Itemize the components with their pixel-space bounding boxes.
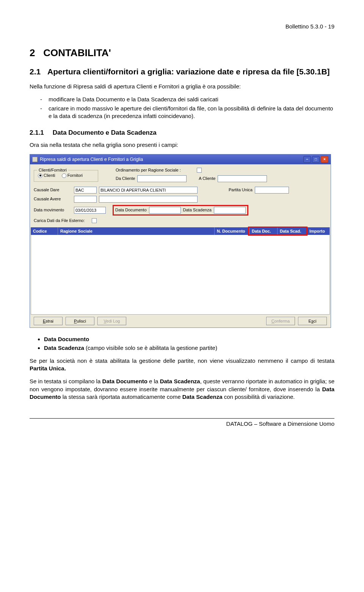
estrai-button[interactable]: Estrai [34, 317, 63, 325]
pulisci-label: ulisci [77, 319, 86, 323]
radio-clienti-label: Clienti [44, 173, 55, 178]
data-grid: Codice Ragione Sociale N. Documento Data… [30, 227, 331, 315]
subsubsection-title: Data Documento e Data Scadenza [53, 129, 157, 136]
col-data-scad[interactable]: Data Scad. [278, 227, 307, 235]
causale-avere-input[interactable] [74, 196, 97, 203]
causale-dare-input[interactable]: BAC [74, 187, 97, 194]
esci-label: ci [313, 319, 316, 323]
subsection-title: Apertura clienti/fornitori a griglia: va… [47, 67, 330, 76]
bold-text: Partita Unica. [30, 365, 66, 372]
esci-button[interactable]: Esci [298, 317, 327, 325]
section-number: 2 [30, 47, 35, 58]
para-text: Se per la società non è stata abilitata … [30, 357, 334, 364]
h3-intro: Ora sia nella testata che nella griglia … [30, 141, 334, 149]
partita-unica-label: Partita Unica [229, 187, 253, 193]
conferma-button[interactable]: Conferma [266, 317, 295, 325]
col-data-doc[interactable]: Data Doc. [249, 227, 278, 235]
carica-dati-label: Carica Dati da File Esterno: [34, 218, 85, 224]
subsection-heading: 2.1 Apertura clienti/fornitori a griglia… [30, 66, 334, 77]
data-documento-label: Data Documento [115, 207, 147, 213]
carica-dati-checkbox[interactable] [92, 218, 97, 223]
list-item: modificare la Data Documento e la Data S… [40, 96, 334, 103]
subsection-number: 2.1 [30, 66, 46, 77]
bullet-list: Data Documento Data Scadenza (campo visi… [30, 335, 334, 352]
section-title: CONTABILITA' [43, 47, 111, 58]
radio-clienti[interactable] [38, 173, 42, 178]
da-cliente-input[interactable] [137, 175, 187, 182]
ordinamento-label: Ordinamento per Ragione Sociale : [116, 167, 181, 173]
col-importo[interactable]: Importo [307, 227, 330, 235]
paragraph: Se per la società non è stata abilitata … [30, 357, 334, 373]
page-header-right: Bollettino 5.3.0 - 19 [30, 23, 334, 30]
window-title: Ripresa saldi di apertura Clienti e Forn… [40, 156, 143, 162]
data-scadenza-label: Data Scadenza [183, 207, 212, 213]
a-cliente-input[interactable] [218, 175, 267, 182]
pulisci-button[interactable]: Pulisci [66, 317, 94, 325]
bold-label: Data Documento [44, 336, 89, 342]
dash-list: modificare la Data Documento e la Data S… [30, 96, 334, 120]
subsubsection-number: 2.1.1 [30, 129, 51, 137]
highlighted-date-fields: Data Documento Data Scadenza [113, 205, 248, 216]
da-cliente-label: Da Cliente [116, 176, 135, 181]
causale-dare-desc[interactable]: BILANCIO DI APERTURA CLIENTI [99, 187, 198, 194]
radio-fornitori-label: Fornitori [67, 173, 83, 178]
causale-avere-label: Causale Avere [34, 196, 72, 202]
col-data-doc-label: Data Doc. [252, 229, 271, 233]
data-documento-input[interactable] [149, 207, 181, 214]
vedilog-label: edi Log [106, 319, 120, 323]
section-heading: 2 CONTABILITA' [30, 46, 334, 60]
radio-fornitori[interactable] [62, 173, 66, 178]
ordinamento-checkbox[interactable] [197, 168, 202, 173]
col-data-scad-label: Data Scad. [280, 229, 301, 233]
causale-avere-desc[interactable] [99, 196, 198, 203]
vedilog-button[interactable]: Vedi Log [97, 317, 126, 325]
minimize-button[interactable]: – [303, 156, 311, 163]
page-footer: DATALOG – Software a Dimensione Uomo [30, 418, 334, 428]
data-movimento-label: Data movimento [34, 207, 72, 213]
app-window: Ripresa saldi di apertura Clienti e Forn… [30, 154, 331, 328]
grid-body[interactable] [31, 235, 330, 315]
causale-dare-label: Causale Dare [34, 187, 72, 193]
data-movimento-input[interactable]: 03/01/2013 [74, 207, 106, 214]
intro-paragraph: Nella funzione di Ripresa saldi di apert… [30, 83, 334, 90]
col-codice[interactable]: Codice [31, 227, 58, 235]
close-button[interactable]: × [321, 156, 328, 163]
list-note: (campo visibile solo se è abilitata la g… [84, 345, 217, 351]
list-item: Data Documento [44, 335, 334, 343]
estrai-label: strai [46, 319, 53, 323]
group-label: Clienti/Fornitori [37, 167, 68, 173]
maximize-button[interactable]: □ [312, 156, 320, 163]
paragraph: Se in testata si compilano la Data Docum… [30, 378, 334, 401]
col-n-documento[interactable]: N. Documento [215, 227, 249, 235]
window-icon [32, 157, 38, 162]
list-item: Data Scadenza (campo visibile solo se è … [44, 344, 334, 352]
titlebar: Ripresa saldi di apertura Clienti e Forn… [30, 154, 331, 164]
col-ragione-sociale[interactable]: Ragione Sociale [58, 227, 215, 235]
subsubsection-heading: 2.1.1 Data Documento e Data Scadenza [30, 129, 334, 137]
partita-unica-input[interactable] [255, 187, 289, 194]
clienti-fornitori-group: Clienti/Fornitori Clienti Fornitori [34, 170, 98, 182]
conferma-label: onferma [275, 319, 290, 323]
bold-label: Data Scadenza [44, 345, 84, 351]
a-cliente-label: A Cliente [199, 176, 215, 181]
list-item: caricare in modo massivo le aperture dei… [40, 105, 334, 120]
data-scadenza-input[interactable] [214, 207, 246, 214]
para-text: Se in testata si compilano la Data Docum… [30, 378, 334, 400]
